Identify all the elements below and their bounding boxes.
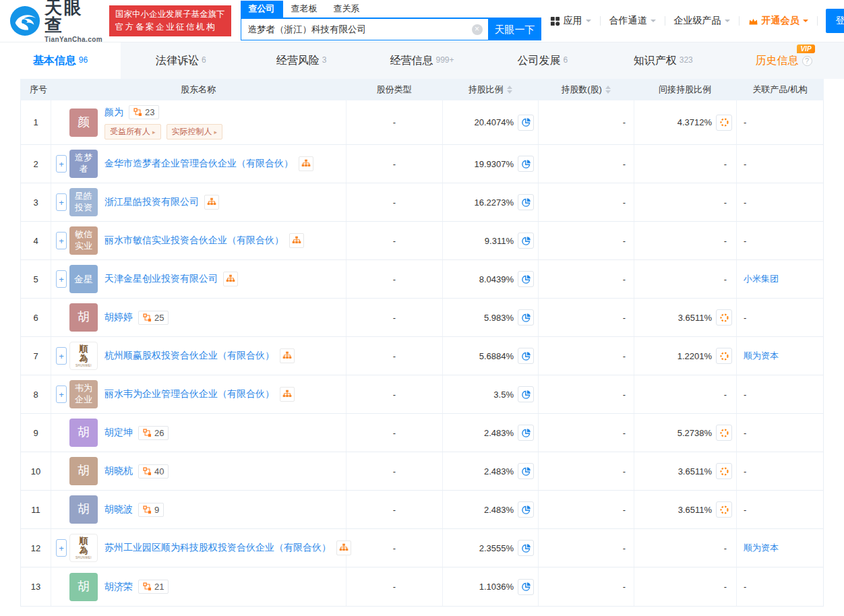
shareholder-name-link[interactable]: 苏州工业园区顺为科技股权投资合伙企业（有限合伙） <box>104 542 331 554</box>
search-input[interactable] <box>248 24 472 34</box>
sort-icon[interactable] <box>605 86 611 94</box>
tab-intellectual-property[interactable]: 知识产权323 <box>603 42 723 79</box>
nav-item-open-vip[interactable]: 开通会员 <box>740 15 817 27</box>
expand-button[interactable]: + <box>56 270 67 288</box>
shareholder-name-link[interactable]: 胡济荣 <box>104 581 133 593</box>
shareholder-name-link[interactable]: 浙江星皓投资有限公司 <box>104 196 199 208</box>
relation-graph-badge[interactable]: 9 <box>138 503 164 517</box>
org-structure-icon[interactable] <box>204 195 219 210</box>
column-header[interactable]: 持股数(股) <box>538 79 634 100</box>
pie-chart-icon[interactable] <box>518 156 534 172</box>
table-row: 3+星皓投资浙江星皓投资有限公司-16.2273%--- <box>21 183 823 222</box>
shareholders-table: 序号股东名称股份类型持股比例持股数(股)间接持股比例关联产品/机构 1颜颜为23… <box>20 79 824 607</box>
pie-chart-icon[interactable] <box>518 233 534 249</box>
tab-legal[interactable]: 法律诉讼6 <box>121 42 241 79</box>
expand-button[interactable]: + <box>56 193 67 211</box>
shareholder-name-link[interactable]: 胡晓杭 <box>104 465 133 477</box>
pie-chart-icon[interactable] <box>518 115 534 131</box>
relation-graph-badge[interactable]: 25 <box>138 311 169 325</box>
related-product-link[interactable]: 顺为资本 <box>744 542 779 554</box>
tab-history[interactable]: 历史信息VIP? <box>723 42 844 79</box>
shareholder-name-link[interactable]: 胡婷婷 <box>104 311 133 324</box>
pie-chart-icon[interactable] <box>518 579 534 595</box>
ratio-value: 16.2273% <box>474 197 514 208</box>
app-grid-icon <box>550 16 560 26</box>
shareholder-name-link[interactable]: 颜为 <box>104 106 123 119</box>
related-product: - <box>744 582 746 592</box>
column-header: 关联产品/机构 <box>736 79 824 100</box>
share-type: - <box>393 159 396 169</box>
expand-button[interactable]: + <box>56 155 67 173</box>
shareholder-name-link[interactable]: 丽水市敏信实业投资合伙企业（有限合伙） <box>104 235 284 247</box>
equity-penetration-icon[interactable] <box>716 115 732 131</box>
related-product: - <box>744 428 746 438</box>
tag-arrow-icon: ▸ <box>214 129 218 135</box>
org-structure-icon[interactable] <box>299 156 313 171</box>
pie-chart-icon[interactable] <box>518 271 534 287</box>
pie-chart-icon[interactable] <box>518 425 534 441</box>
search-tab-company[interactable]: 查公司 <box>241 1 283 18</box>
pie-chart-icon[interactable] <box>518 348 534 364</box>
pie-chart-icon[interactable] <box>518 194 534 210</box>
shareholder-name-link[interactable]: 丽水韦为企业管理合伙企业（有限合伙） <box>104 388 274 400</box>
indirect-ratio-value: - <box>724 274 727 284</box>
shareholder-name-link[interactable]: 天津金星创业投资有限公司 <box>104 273 218 285</box>
tab-label: 法律诉讼 <box>156 54 199 68</box>
clear-search-icon[interactable]: × <box>472 24 483 35</box>
question-icon[interactable]: ? <box>802 56 812 66</box>
pie-chart-icon[interactable] <box>518 309 534 326</box>
ratio-value: 2.483% <box>484 466 514 476</box>
pie-chart-icon[interactable] <box>518 463 534 479</box>
equity-penetration-icon[interactable] <box>716 425 732 441</box>
pie-chart-icon[interactable] <box>518 540 534 556</box>
sort-icon[interactable] <box>507 86 512 94</box>
shareholder-name-link[interactable]: 胡晓波 <box>104 503 133 516</box>
tab-basic-info[interactable]: 基本信息96 <box>0 42 121 79</box>
shareholder-name-link[interactable]: 杭州顺赢股权投资合伙企业（有限合伙） <box>104 350 274 362</box>
expand-button[interactable]: + <box>56 232 67 249</box>
nav-item-apps[interactable]: 应用 <box>541 15 600 27</box>
relation-graph-badge[interactable]: 26 <box>138 426 169 440</box>
indirect-ratio-value: - <box>724 390 727 400</box>
shareholder-logo: 順為SHUNWEI <box>69 342 98 370</box>
tianyancha-logo[interactable]: 天眼查 TianYanCha.com <box>9 0 102 43</box>
equity-penetration-icon[interactable] <box>716 501 732 518</box>
tab-development[interactable]: 公司发展6 <box>482 42 603 79</box>
share-type: - <box>393 274 396 284</box>
column-header: 间接持股比例 <box>634 79 736 100</box>
column-label: 间接持股比例 <box>659 84 711 96</box>
related-product-link[interactable]: 顺为资本 <box>744 350 779 362</box>
tab-operation-risk[interactable]: 经营风险3 <box>241 42 362 79</box>
pie-chart-icon[interactable] <box>518 501 534 518</box>
equity-penetration-icon[interactable] <box>716 348 732 364</box>
relation-graph-badge[interactable]: 21 <box>138 580 169 594</box>
search-tab-relation[interactable]: 查关系 <box>326 1 368 18</box>
expand-button[interactable]: + <box>56 347 67 365</box>
nav-item-cooperation[interactable]: 合作通道 <box>601 15 665 27</box>
relation-graph-badge[interactable]: 23 <box>129 105 159 119</box>
relation-graph-badge[interactable]: 40 <box>138 464 169 479</box>
login-register-button[interactable]: 登录/注册 <box>826 9 844 33</box>
expand-button[interactable]: + <box>56 539 67 557</box>
indirect-ratio-value: - <box>724 543 727 553</box>
search-button[interactable]: 天眼一下 <box>489 19 541 40</box>
equity-penetration-icon[interactable] <box>716 463 732 479</box>
shareholder-name-link[interactable]: 胡定坤 <box>104 427 133 439</box>
column-header[interactable]: 持股比例 <box>442 79 538 100</box>
nav-item-enterprise-products[interactable]: 企业级产品 <box>665 15 739 27</box>
related-product-link[interactable]: 小米集团 <box>744 273 779 285</box>
org-structure-icon[interactable] <box>280 348 295 363</box>
equity-penetration-icon[interactable] <box>716 309 732 326</box>
org-structure-icon[interactable] <box>223 272 238 286</box>
shareholder-name-link[interactable]: 金华市造梦者企业管理合伙企业（有限合伙） <box>104 158 293 170</box>
org-structure-icon[interactable] <box>280 387 295 402</box>
shareholder-tag[interactable]: 受益所有人▸ <box>104 124 161 140</box>
pie-chart-icon[interactable] <box>518 386 534 402</box>
tab-operation-info[interactable]: 经营信息999+ <box>362 42 483 79</box>
table-row: 13胡胡济荣21-1.1036%--- <box>21 567 823 606</box>
column-label: 股东名称 <box>181 84 216 96</box>
expand-button[interactable]: + <box>56 386 67 403</box>
search-tab-boss[interactable]: 查老板 <box>283 1 326 18</box>
shareholder-tag[interactable]: 实际控制人▸ <box>167 124 223 140</box>
org-structure-icon[interactable] <box>289 233 304 248</box>
